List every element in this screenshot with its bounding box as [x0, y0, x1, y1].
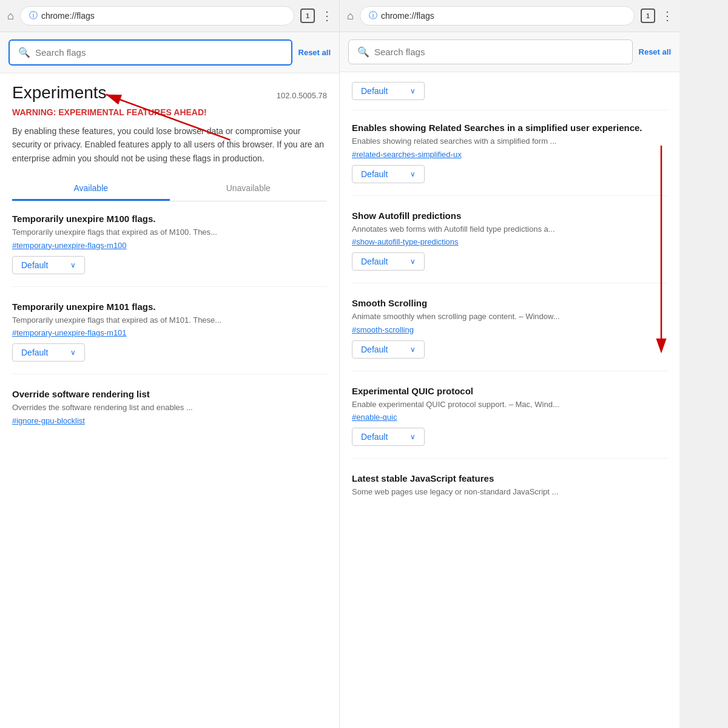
chevron-down-icon: ∨: [70, 348, 76, 357]
right-address-text: chrome://flags: [381, 11, 434, 21]
chevron-down-icon: ∨: [70, 261, 76, 269]
flag-item-gpu: Override software rendering list Overrid…: [12, 389, 327, 443]
right-search-input[interactable]: [374, 47, 624, 57]
flag-desc: Temporarily unexpire flags that expired …: [12, 226, 327, 238]
flag-link[interactable]: #temporary-unexpire-flags-m101: [12, 328, 327, 337]
right-search-icon: 🔍: [357, 46, 369, 58]
flag-title: Temporarily unexpire M100 flags.: [12, 214, 327, 224]
right-browser-bar: ⌂ ⓘ chrome://flags 1 ⋮: [340, 0, 679, 32]
left-search-input[interactable]: [35, 47, 283, 58]
flag-desc: Animate smoothly when scrolling page con…: [352, 311, 667, 323]
right-home-icon[interactable]: ⌂: [347, 10, 354, 22]
flag-link[interactable]: #smooth-scrolling: [352, 325, 667, 334]
left-search-icon: 🔍: [18, 47, 30, 58]
flag-related-searches: Enables showing Related Searches in a si…: [352, 123, 667, 196]
left-home-icon[interactable]: ⌂: [7, 10, 14, 22]
left-address-text: chrome://flags: [41, 11, 95, 21]
left-search-box[interactable]: 🔍: [8, 39, 292, 66]
left-title-row: Experiments 102.0.5005.78: [12, 83, 327, 103]
flag-smooth-scroll: Smooth Scrolling Animate smoothly when s…: [352, 298, 667, 371]
flag-desc: Annotates web forms with Autofill field …: [352, 223, 667, 235]
flag-autofill: Show Autofill predictions Annotates web …: [352, 211, 667, 284]
right-search-area: 🔍 Reset all: [340, 32, 679, 72]
chevron-down-icon: ∨: [410, 87, 416, 95]
flag-item-m100: Temporarily unexpire M100 flags. Tempora…: [12, 214, 327, 287]
flag-title: Experimental QUIC protocol: [352, 386, 667, 396]
left-panel: ⌂ ⓘ chrome://flags 1 ⋮ 🔍 Reset all Exper…: [0, 0, 340, 728]
right-content-area: Default ∨ Enables showing Related Search…: [340, 72, 679, 728]
tab-unavailable[interactable]: Unavailable: [170, 177, 328, 201]
warning-text: WARNING: EXPERIMENTAL FEATURES AHEAD!: [12, 107, 327, 117]
right-partial-top: Default ∨: [352, 82, 667, 110]
dropdown-label: Default: [21, 260, 48, 270]
right-menu-dots[interactable]: ⋮: [661, 8, 672, 23]
right-address-bar[interactable]: ⓘ chrome://flags: [360, 6, 635, 25]
flag-latest-js: Latest stable JavaScript features Some w…: [352, 473, 667, 513]
flag-desc: Some web pages use legacy or non-standar…: [352, 486, 667, 498]
page-title: Experiments: [12, 83, 107, 103]
left-search-area: 🔍 Reset all: [0, 32, 339, 73]
tabs-row: Available Unavailable: [12, 177, 327, 201]
dropdown-label: Default: [21, 348, 48, 357]
flag-quic: Experimental QUIC protocol Enable experi…: [352, 386, 667, 459]
right-search-box[interactable]: 🔍: [348, 39, 633, 64]
flag-item-m101: Temporarily unexpire M101 flags. Tempora…: [12, 302, 327, 375]
flag-title: Enables showing Related Searches in a si…: [352, 123, 667, 133]
flag-desc: Enables showing related searches with a …: [352, 135, 667, 147]
flag-dropdown-m100[interactable]: Default ∨: [12, 256, 85, 274]
flag-link[interactable]: #related-searches-simplified-ux: [352, 150, 667, 159]
flag-title: Override software rendering list: [12, 389, 327, 399]
chevron-down-icon: ∨: [410, 433, 416, 441]
flag-desc: Overrides the software rendering list an…: [12, 402, 327, 414]
flag-title: Show Autofill predictions: [352, 211, 667, 221]
dropdown-label: Default: [361, 169, 388, 179]
chevron-down-icon: ∨: [410, 257, 416, 266]
left-content-area: Experiments 102.0.5005.78 WARNING: EXPER…: [0, 73, 339, 728]
flag-desc: Temporarily unexpire flags that expired …: [12, 314, 327, 326]
tab-available[interactable]: Available: [12, 177, 170, 201]
dropdown-label: Default: [361, 86, 388, 96]
chevron-down-icon: ∨: [410, 345, 416, 354]
flag-title: Temporarily unexpire M101 flags.: [12, 302, 327, 312]
flag-dropdown-smooth[interactable]: Default ∨: [352, 340, 425, 359]
dropdown-label: Default: [361, 257, 388, 266]
right-reset-button[interactable]: Reset all: [639, 47, 671, 57]
left-browser-bar: ⌂ ⓘ chrome://flags 1 ⋮: [0, 0, 339, 32]
left-reset-button[interactable]: Reset all: [298, 48, 331, 58]
left-menu-dots[interactable]: ⋮: [321, 8, 332, 23]
right-panel: ⌂ ⓘ chrome://flags 1 ⋮ 🔍 Reset all Defau…: [340, 0, 679, 728]
flag-link[interactable]: #temporary-unexpire-flags-m100: [12, 241, 327, 250]
flag-dropdown-m101[interactable]: Default ∨: [12, 343, 85, 362]
chevron-down-icon: ∨: [410, 170, 416, 178]
left-info-icon: ⓘ: [29, 10, 38, 21]
description-text: By enabling these features, you could lo…: [12, 124, 327, 165]
right-top-dropdown[interactable]: Default ∨: [352, 82, 425, 100]
dropdown-label: Default: [361, 345, 388, 354]
flag-title: Smooth Scrolling: [352, 298, 667, 308]
flag-link[interactable]: #enable-quic: [352, 413, 667, 422]
dropdown-label: Default: [361, 432, 388, 442]
flag-dropdown-autofill[interactable]: Default ∨: [352, 252, 425, 271]
right-tab-count[interactable]: 1: [641, 8, 655, 23]
left-tab-count[interactable]: 1: [300, 8, 315, 23]
flag-link[interactable]: #show-autofill-type-predictions: [352, 237, 667, 246]
flag-dropdown-related[interactable]: Default ∨: [352, 165, 425, 183]
flag-dropdown-quic[interactable]: Default ∨: [352, 428, 425, 446]
right-info-icon: ⓘ: [369, 10, 377, 21]
version-badge: 102.0.5005.78: [277, 91, 327, 100]
left-address-bar[interactable]: ⓘ chrome://flags: [20, 6, 294, 25]
flag-link[interactable]: #ignore-gpu-blocklist: [12, 416, 327, 425]
flag-title: Latest stable JavaScript features: [352, 473, 667, 484]
flag-desc: Enable experimental QUIC protocol suppor…: [352, 399, 667, 411]
